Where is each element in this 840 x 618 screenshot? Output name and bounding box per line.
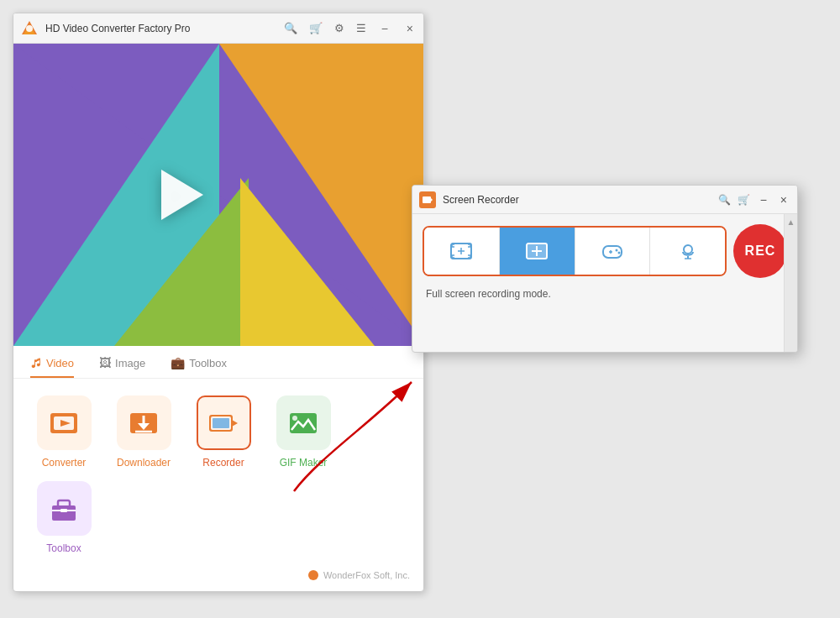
svg-marker-24 <box>431 198 433 202</box>
rec-button[interactable]: REC <box>733 224 787 278</box>
svg-rect-20 <box>60 509 67 512</box>
svg-point-16 <box>292 416 297 421</box>
toolbox-icon-box <box>37 481 92 536</box>
settings-icon[interactable]: ⚙ <box>334 22 344 34</box>
mode-game-button[interactable] <box>575 228 651 275</box>
recorder-controls: REC <box>412 214 797 285</box>
svg-point-37 <box>684 245 692 254</box>
hero-banner <box>13 44 424 346</box>
recorder-label: Recorder <box>202 457 244 469</box>
recorder-cart-icon[interactable]: 🛒 <box>738 194 750 206</box>
tab-video-label: Video <box>46 357 74 369</box>
svg-point-2 <box>26 25 33 32</box>
recorder-titlebar: Screen Recorder 🔍 🛒 − × <box>412 186 797 214</box>
video-tab-icon: 🎜 <box>30 356 42 369</box>
svg-marker-14 <box>232 420 238 427</box>
tool-recorder[interactable]: Recorder <box>190 395 257 469</box>
main-title: HD Video Converter Factory Pro <box>45 23 284 34</box>
tab-toolbox[interactable]: 💼 Toolbox <box>171 356 227 378</box>
toolbox-label: Toolbox <box>46 542 81 554</box>
titlebar-icons: 🔍 🛒 ⚙ ☰ − × <box>284 22 417 35</box>
svg-rect-23 <box>423 196 431 203</box>
tool-toolbox[interactable]: Toolbox <box>30 481 97 554</box>
mode-audio-button[interactable] <box>650 228 725 275</box>
recorder-status-text: Full screen recording mode. <box>412 285 797 306</box>
tools-grid: Converter Downloader <box>13 379 423 571</box>
recorder-app-icon <box>419 191 436 208</box>
toolbox-tab-icon: 💼 <box>171 356 185 369</box>
cart-icon[interactable]: 🛒 <box>309 22 323 34</box>
recorder-window: Screen Recorder 🔍 🛒 − × <box>412 185 798 353</box>
svg-point-35 <box>615 249 617 252</box>
mode-region-button[interactable] <box>424 228 500 275</box>
recorder-icon-box <box>197 395 251 450</box>
tab-video[interactable]: 🎜 Video <box>30 356 74 378</box>
search-icon[interactable]: 🔍 <box>284 22 297 34</box>
menu-icon[interactable]: ☰ <box>356 22 366 34</box>
recorder-scrollbar[interactable]: ▲ <box>784 214 797 352</box>
recorder-titlebar-buttons: 🔍 🛒 − × <box>718 193 790 207</box>
main-app-window: HD Video Converter Factory Pro 🔍 🛒 ⚙ ☰ −… <box>13 13 424 592</box>
footer-text: WonderFox Soft, Inc. <box>323 570 410 580</box>
svg-marker-3 <box>161 170 203 220</box>
main-titlebar: HD Video Converter Factory Pro 🔍 🛒 ⚙ ☰ −… <box>13 13 423 44</box>
recording-modes <box>423 226 727 276</box>
recorder-search-icon[interactable]: 🔍 <box>718 194 731 206</box>
app-logo <box>20 19 39 38</box>
svg-point-36 <box>617 252 620 254</box>
mode-fullscreen-button[interactable] <box>500 228 575 275</box>
image-tab-icon: 🖼 <box>99 356 111 369</box>
tool-converter[interactable]: Converter <box>30 395 97 469</box>
converter-icon-box <box>37 395 92 450</box>
recorder-minimize-button[interactable]: − <box>757 193 770 207</box>
converter-label: Converter <box>42 457 87 469</box>
svg-point-21 <box>308 570 318 580</box>
gif-icon-box <box>276 395 331 450</box>
footer: WonderFox Soft, Inc. <box>307 569 410 581</box>
hero-play-button <box>136 153 220 237</box>
close-button[interactable]: × <box>403 22 417 35</box>
tool-gif[interactable]: GIF Maker <box>270 395 337 469</box>
tab-toolbox-label: Toolbox <box>189 357 227 369</box>
downloader-label: Downloader <box>117 457 171 469</box>
recorder-title: Screen Recorder <box>443 194 718 206</box>
scroll-up-arrow: ▲ <box>787 217 795 227</box>
svg-rect-13 <box>213 418 229 428</box>
minimize-button[interactable]: − <box>378 22 391 35</box>
tool-downloader[interactable]: Downloader <box>110 395 177 469</box>
nav-tabs: 🎜 Video 🖼 Image 💼 Toolbox <box>13 346 423 379</box>
tab-image-label: Image <box>115 357 145 369</box>
svg-rect-18 <box>58 500 70 507</box>
downloader-icon-box <box>117 395 171 450</box>
bg-triangle-yellow <box>240 178 375 346</box>
tab-image[interactable]: 🖼 Image <box>99 356 145 378</box>
recorder-close-button[interactable]: × <box>777 193 790 207</box>
gif-label: GIF Maker <box>280 457 328 469</box>
